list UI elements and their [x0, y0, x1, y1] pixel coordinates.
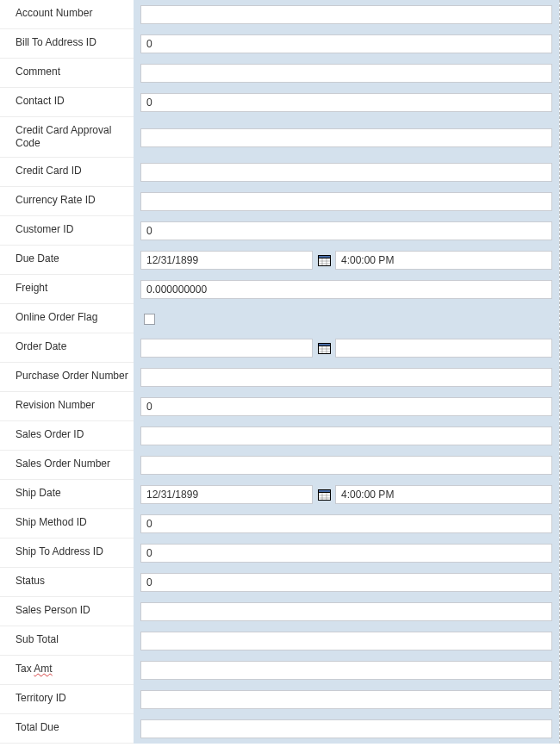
row-currency-rate-id: Currency Rate ID [0, 187, 559, 216]
input-sales-person-id[interactable] [140, 602, 552, 621]
row-territory-id: Territory ID [0, 685, 559, 714]
input-ship-time[interactable] [335, 485, 552, 504]
input-revision-number[interactable] [140, 397, 552, 416]
input-purchase-order-number[interactable] [140, 368, 552, 387]
row-due-date: Due Date [0, 246, 559, 275]
label-comment: Comment [0, 59, 134, 88]
row-contact-id: Contact ID [0, 88, 559, 117]
row-total-due: Total Due [0, 714, 559, 744]
input-sales-order-number[interactable] [140, 456, 552, 475]
input-customer-id[interactable] [140, 221, 552, 240]
label-customer-id: Customer ID [0, 216, 134, 246]
calendar-icon [318, 254, 331, 266]
input-account-number[interactable] [140, 5, 552, 24]
cell-ship-date [134, 480, 559, 509]
input-sales-order-id[interactable] [140, 426, 552, 445]
input-bill-to-address-id[interactable] [140, 34, 552, 53]
cell-territory-id [134, 685, 559, 714]
input-ship-to-address-id[interactable] [140, 544, 552, 563]
row-bill-to-address-id: Bill To Address ID [0, 29, 559, 59]
cell-sales-order-id [134, 421, 559, 451]
input-total-due[interactable] [140, 719, 552, 738]
cell-comment [134, 59, 559, 88]
row-status: Status [0, 568, 559, 597]
input-currency-rate-id[interactable] [140, 192, 552, 211]
svg-rect-13 [318, 490, 330, 493]
input-ship-method-id[interactable] [140, 514, 552, 533]
label-sales-order-id: Sales Order ID [0, 421, 134, 451]
label-total-due: Total Due [0, 714, 134, 744]
cell-due-date [134, 246, 559, 275]
cell-online-order-flag [134, 304, 559, 333]
checkbox-online-order-flag[interactable] [144, 314, 155, 325]
input-ship-date[interactable] [140, 485, 313, 504]
row-customer-id: Customer ID [0, 216, 559, 246]
calendar-icon [318, 342, 331, 354]
form-container: Account Number Bill To Address ID Commen… [0, 0, 560, 744]
calendar-button-due-date[interactable] [316, 252, 332, 268]
label-revision-number: Revision Number [0, 392, 134, 421]
cell-sales-order-number [134, 451, 559, 480]
label-sales-order-number: Sales Order Number [0, 451, 134, 480]
row-tax-amt: Tax Amt [0, 656, 559, 685]
input-sub-total[interactable] [140, 632, 552, 651]
cell-tax-amt [134, 656, 559, 685]
label-credit-card-approval-code: Credit Card Approval Code [0, 117, 134, 158]
svg-rect-1 [318, 256, 330, 258]
row-purchase-order-number: Purchase Order Number [0, 363, 559, 392]
cell-revision-number [134, 392, 559, 421]
label-due-date: Due Date [0, 246, 134, 275]
label-sales-person-id: Sales Person ID [0, 597, 134, 626]
row-sales-order-id: Sales Order ID [0, 421, 559, 451]
input-due-time[interactable] [335, 251, 552, 270]
row-comment: Comment [0, 59, 559, 88]
cell-ship-method-id [134, 509, 559, 538]
label-currency-rate-id: Currency Rate ID [0, 187, 134, 216]
row-ship-to-address-id: Ship To Address ID [0, 538, 559, 568]
input-order-date[interactable] [140, 339, 313, 358]
input-status[interactable] [140, 573, 552, 592]
row-credit-card-id: Credit Card ID [0, 158, 559, 187]
row-sub-total: Sub Total [0, 626, 559, 656]
calendar-button-order-date[interactable] [316, 340, 332, 356]
calendar-icon [318, 489, 331, 501]
label-ship-date: Ship Date [0, 480, 134, 509]
input-credit-card-approval-code[interactable] [140, 128, 552, 147]
label-online-order-flag: Online Order Flag [0, 304, 134, 333]
label-bill-to-address-id: Bill To Address ID [0, 29, 134, 59]
label-ship-method-id: Ship Method ID [0, 509, 134, 538]
row-order-date: Order Date [0, 333, 559, 363]
input-contact-id[interactable] [140, 93, 552, 112]
cell-bill-to-address-id [134, 29, 559, 59]
cell-currency-rate-id [134, 187, 559, 216]
row-online-order-flag: Online Order Flag [0, 304, 559, 333]
input-comment[interactable] [140, 64, 552, 83]
label-tax-amt: Tax Amt [0, 656, 134, 685]
row-sales-order-number: Sales Order Number [0, 451, 559, 480]
row-credit-card-approval-code: Credit Card Approval Code [0, 117, 559, 158]
cell-total-due [134, 714, 559, 744]
cell-contact-id [134, 88, 559, 117]
input-tax-amt[interactable] [140, 661, 552, 680]
input-order-time[interactable] [335, 339, 552, 358]
row-account-number: Account Number [0, 0, 559, 29]
cell-sales-person-id [134, 597, 559, 626]
label-contact-id: Contact ID [0, 88, 134, 117]
row-freight: Freight [0, 275, 559, 304]
label-account-number: Account Number [0, 0, 134, 29]
row-revision-number: Revision Number [0, 392, 559, 421]
cell-sub-total [134, 626, 559, 656]
input-territory-id[interactable] [140, 690, 552, 709]
cell-credit-card-approval-code [134, 117, 559, 158]
label-status: Status [0, 568, 134, 597]
label-sub-total: Sub Total [0, 626, 134, 656]
input-credit-card-id[interactable] [140, 163, 552, 182]
svg-rect-7 [318, 344, 330, 346]
input-due-date[interactable] [140, 251, 313, 270]
input-freight[interactable] [140, 280, 552, 299]
calendar-button-ship-date[interactable] [316, 487, 332, 502]
cell-status [134, 568, 559, 597]
cell-purchase-order-number [134, 363, 559, 392]
cell-account-number [134, 0, 559, 29]
row-ship-date: Ship Date [0, 480, 559, 509]
